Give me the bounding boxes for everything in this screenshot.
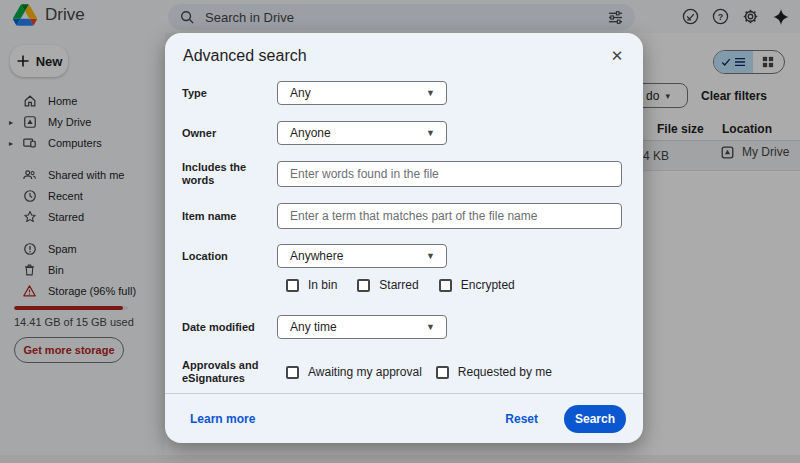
chevron-down-icon: ▼ <box>426 322 435 332</box>
search-button[interactable]: Search <box>564 405 626 433</box>
in-bin-checkbox[interactable] <box>286 279 299 292</box>
awaiting-approval-label: Awaiting my approval <box>308 365 422 379</box>
date-modified-dropdown-value: Any time <box>290 320 337 334</box>
dialog-title: Advanced search <box>183 47 307 65</box>
field-row-owner: Owner Anyone ▼ <box>182 121 626 145</box>
location-dropdown-value: Anywhere <box>290 249 343 263</box>
chevron-down-icon: ▼ <box>426 251 435 261</box>
learn-more-link[interactable]: Learn more <box>190 412 255 426</box>
item-name-input[interactable] <box>277 203 622 229</box>
field-row-includes: Includes the words <box>182 161 626 187</box>
in-bin-option[interactable]: In bin <box>286 278 337 292</box>
location-checkbox-row: In bin Starred Encrypted <box>286 278 626 292</box>
owner-dropdown-value: Anyone <box>290 126 331 140</box>
field-row-approvals: Approvals and eSignatures Awaiting my ap… <box>182 359 626 385</box>
starred-option[interactable]: Starred <box>357 278 418 292</box>
requested-by-me-option[interactable]: Requested by me <box>436 365 552 379</box>
field-row-location: Location Anywhere ▼ <box>182 244 626 268</box>
includes-words-input[interactable] <box>277 161 622 187</box>
in-bin-label: In bin <box>308 278 337 292</box>
advanced-search-dialog: Advanced search ✕ Type Any ▼ Owner Anyon… <box>165 33 643 443</box>
dialog-footer: Learn more Reset Search <box>165 393 643 443</box>
field-label-item-name: Item name <box>182 210 277 223</box>
starred-label: Starred <box>379 278 418 292</box>
date-modified-dropdown[interactable]: Any time ▼ <box>277 315 447 339</box>
field-label-type: Type <box>182 87 277 100</box>
chevron-down-icon: ▼ <box>426 128 435 138</box>
requested-by-me-checkbox[interactable] <box>436 366 449 379</box>
type-dropdown-value: Any <box>290 86 311 100</box>
field-row-date-modified: Date modified Any time ▼ <box>182 315 626 339</box>
field-label-date-modified: Date modified <box>182 321 277 334</box>
awaiting-approval-checkbox[interactable] <box>286 366 299 379</box>
awaiting-approval-option[interactable]: Awaiting my approval <box>286 365 422 379</box>
requested-by-me-label: Requested by me <box>458 365 552 379</box>
field-label-approvals: Approvals and eSignatures <box>182 359 277 385</box>
owner-dropdown[interactable]: Anyone ▼ <box>277 121 447 145</box>
dialog-body: Type Any ▼ Owner Anyone ▼ Includes the w… <box>182 77 626 385</box>
location-dropdown[interactable]: Anywhere ▼ <box>277 244 447 268</box>
reset-button[interactable]: Reset <box>505 412 538 426</box>
drive-app: Drive Search in Drive <box>0 0 800 463</box>
field-row-type: Type Any ▼ <box>182 81 626 105</box>
encrypted-option[interactable]: Encrypted <box>439 278 515 292</box>
field-label-includes: Includes the words <box>182 161 277 187</box>
chevron-down-icon: ▼ <box>426 88 435 98</box>
type-dropdown[interactable]: Any ▼ <box>277 81 447 105</box>
field-label-location: Location <box>182 250 277 263</box>
field-row-item-name: Item name <box>182 203 626 229</box>
encrypted-checkbox[interactable] <box>439 279 452 292</box>
field-label-owner: Owner <box>182 127 277 140</box>
starred-checkbox[interactable] <box>357 279 370 292</box>
encrypted-label: Encrypted <box>461 278 515 292</box>
close-icon[interactable]: ✕ <box>607 46 627 66</box>
